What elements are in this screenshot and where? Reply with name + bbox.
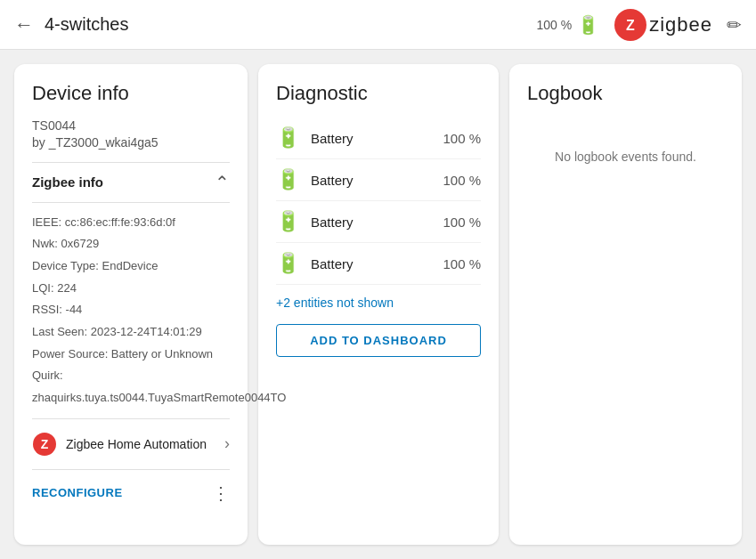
battery-label-4: Battery bbox=[311, 256, 432, 271]
battery-value-2: 100 % bbox=[443, 173, 481, 188]
reconfigure-button[interactable]: RECONFIGURE bbox=[32, 486, 123, 499]
battery-row-3: 🔋 Battery 100 % bbox=[276, 201, 481, 243]
device-by: by _TZ3000_wkai4ga5 bbox=[32, 135, 230, 150]
battery-icon-2: 🔋 bbox=[276, 168, 300, 191]
battery-status: 100 % 🔋 bbox=[536, 14, 599, 36]
svg-text:Z: Z bbox=[41, 437, 49, 451]
device-type-label: Device Type: EndDevice bbox=[32, 255, 230, 278]
battery-icon-3: 🔋 bbox=[276, 210, 300, 233]
rssi-label: RSSI: -44 bbox=[32, 299, 230, 321]
zigbee-info-toggle[interactable]: Zigbee info ⌃ bbox=[32, 162, 230, 203]
battery-value-3: 100 % bbox=[443, 215, 481, 230]
zigbee-info-label: Zigbee info bbox=[32, 174, 103, 190]
device-info-card: Device info TS0044 by _TZ3000_wkai4ga5 Z… bbox=[14, 64, 248, 545]
diagnostic-card: Diagnostic 🔋 Battery 100 % 🔋 Battery 100… bbox=[258, 64, 499, 545]
battery-rows: 🔋 Battery 100 % 🔋 Battery 100 % 🔋 Batter… bbox=[276, 117, 481, 285]
zha-label: Zigbee Home Automation bbox=[66, 437, 215, 451]
battery-icon-4: 🔋 bbox=[276, 252, 300, 275]
device-info-title: Device info bbox=[32, 82, 230, 105]
logbook-title: Logbook bbox=[527, 82, 724, 105]
battery-value-4: 100 % bbox=[443, 256, 481, 271]
battery-row-1: 🔋 Battery 100 % bbox=[276, 117, 481, 159]
logbook-empty-message: No logbook events found. bbox=[527, 150, 724, 164]
topbar: ← 4-switches 100 % 🔋 Z zigbee ✏ bbox=[0, 0, 756, 50]
zigbee-logo: Z zigbee bbox=[614, 8, 712, 42]
logbook-card: Logbook No logbook events found. bbox=[509, 64, 742, 545]
zha-icon: Z bbox=[32, 432, 57, 457]
topbar-right: 100 % 🔋 Z zigbee ✏ bbox=[536, 8, 742, 42]
device-model: TS0044 bbox=[32, 117, 230, 135]
edit-button[interactable]: ✏ bbox=[727, 14, 742, 36]
lqi-label: LQI: 224 bbox=[32, 278, 230, 300]
power-source-label: Power Source: Battery or Unknown bbox=[32, 344, 230, 366]
svg-text:Z: Z bbox=[626, 18, 635, 33]
more-entities-link[interactable]: +2 entities not shown bbox=[276, 285, 481, 313]
zigbee-logo-icon: Z bbox=[614, 8, 647, 42]
topbar-left: ← 4-switches bbox=[14, 13, 128, 36]
zigbee-wordmark: zigbee bbox=[649, 13, 712, 36]
card-footer: RECONFIGURE ⋮ bbox=[32, 470, 230, 504]
battery-label-2: Battery bbox=[311, 173, 432, 188]
battery-label-1: Battery bbox=[311, 131, 432, 146]
zigbee-details: IEEE: cc:86:ec:ff:fe:93:6d:0f Nwk: 0x672… bbox=[32, 203, 230, 419]
battery-value-1: 100 % bbox=[443, 131, 481, 146]
zigbee-automation-link[interactable]: Z Zigbee Home Automation › bbox=[32, 419, 230, 470]
nwk-label: Nwk: 0x6729 bbox=[32, 233, 230, 255]
chevron-up-icon: ⌃ bbox=[215, 172, 230, 193]
page-title: 4-switches bbox=[45, 14, 128, 35]
diagnostic-title: Diagnostic bbox=[276, 82, 481, 105]
battery-row-2: 🔋 Battery 100 % bbox=[276, 159, 481, 201]
battery-label-3: Battery bbox=[311, 215, 432, 230]
ieee-label: IEEE: cc:86:ec:ff:fe:93:6d:0f bbox=[32, 212, 230, 234]
main-content: Device info TS0044 by _TZ3000_wkai4ga5 Z… bbox=[0, 50, 756, 559]
arrow-right-icon: › bbox=[224, 434, 230, 453]
battery-icon-1: 🔋 bbox=[276, 126, 300, 150]
back-button[interactable]: ← bbox=[14, 13, 34, 36]
battery-row-4: 🔋 Battery 100 % bbox=[276, 243, 481, 285]
battery-percent-label: 100 % bbox=[536, 18, 572, 32]
add-dashboard-button[interactable]: ADD TO DASHBOARD bbox=[276, 324, 481, 357]
more-options-button[interactable]: ⋮ bbox=[212, 482, 230, 504]
quirk-label: Quirk: zhaquirks.tuya.ts0044.TuyaSmartRe… bbox=[32, 365, 230, 409]
battery-icon: 🔋 bbox=[577, 14, 599, 36]
last-seen-label: Last Seen: 2023-12-24T14:01:29 bbox=[32, 321, 230, 344]
